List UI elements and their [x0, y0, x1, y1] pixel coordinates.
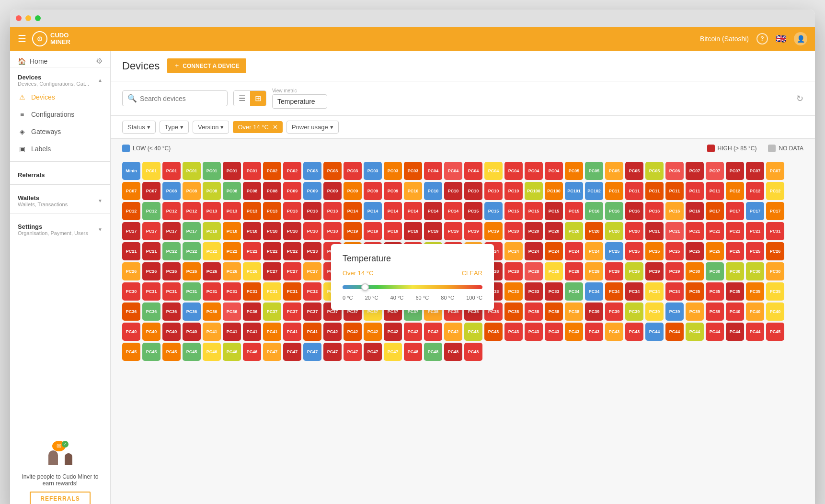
device-tile[interactable]: PC33 — [525, 282, 543, 301]
device-tile[interactable]: PC34 — [645, 282, 664, 301]
device-tile[interactable]: PC19 — [344, 222, 362, 240]
device-tile[interactable]: PC01 — [223, 162, 241, 180]
device-tile[interactable]: PC25 — [726, 242, 744, 260]
device-tile[interactable]: PC22 — [162, 242, 181, 260]
device-tile[interactable]: PC05 — [585, 162, 603, 180]
device-tile[interactable]: PC43 — [605, 323, 623, 341]
device-tile[interactable]: PC35 — [686, 282, 704, 301]
device-tile[interactable]: PC30 — [746, 262, 764, 280]
device-tile[interactable]: PC42 — [404, 323, 422, 341]
device-tile[interactable]: PC08 — [183, 182, 201, 200]
device-tile[interactable]: PC20 — [504, 222, 523, 240]
device-tile[interactable]: PC26 — [203, 262, 221, 280]
maximize-dot[interactable] — [35, 15, 41, 21]
device-tile[interactable]: PC16 — [585, 202, 603, 220]
device-tile[interactable]: PC27 — [303, 262, 321, 280]
device-tile[interactable]: PC48 — [444, 343, 462, 361]
device-tile[interactable]: PC42 — [444, 323, 462, 341]
device-tile[interactable]: PC04 — [464, 162, 482, 180]
device-tile[interactable]: PC25 — [686, 242, 704, 260]
device-tile[interactable]: PC17 — [142, 222, 160, 240]
device-tile[interactable]: PC21 — [726, 222, 744, 240]
device-tile[interactable]: PC18 — [263, 222, 281, 240]
device-tile[interactable]: PC25 — [746, 242, 764, 260]
device-tile[interactable]: PC45 — [162, 343, 181, 361]
device-tile[interactable]: PC19 — [424, 222, 442, 240]
device-tile[interactable]: PC03 — [323, 162, 342, 180]
device-tile[interactable]: Minin — [122, 162, 140, 180]
device-tile[interactable]: PC40 — [766, 302, 784, 321]
device-tile[interactable]: PC25 — [605, 242, 623, 260]
device-tile[interactable]: PC30 — [726, 262, 744, 280]
popup-clear-button[interactable]: CLEAR — [462, 269, 482, 277]
device-tile[interactable]: PC46 — [223, 343, 241, 361]
device-tile[interactable]: PC15 — [565, 202, 583, 220]
device-tile[interactable]: PC11 — [706, 182, 724, 200]
device-tile[interactable]: PC09 — [364, 182, 382, 200]
device-tile[interactable]: PC06 — [665, 162, 684, 180]
device-tile[interactable]: PC20 — [565, 222, 583, 240]
device-tile[interactable]: PC17 — [766, 202, 784, 220]
device-tile[interactable]: PC48 — [404, 343, 422, 361]
referrals-button[interactable]: REFERRALS — [30, 492, 90, 504]
device-tile[interactable]: PC31 — [283, 282, 301, 301]
device-tile[interactable]: PC43 — [625, 323, 643, 341]
sidebar-item-configurations[interactable]: ≡ Configurations — [10, 106, 110, 123]
device-tile[interactable]: PC47 — [283, 343, 301, 361]
device-tile[interactable]: PC36 — [223, 302, 241, 321]
user-icon[interactable]: 👤 — [794, 32, 807, 45]
device-tile[interactable]: PC18 — [323, 222, 342, 240]
device-tile[interactable]: PC42 — [364, 323, 382, 341]
device-tile[interactable]: PC38 — [565, 302, 583, 321]
device-tile[interactable]: PC37 — [263, 302, 281, 321]
device-tile[interactable]: PC26 — [142, 262, 160, 280]
device-tile[interactable]: PC14 — [424, 202, 442, 220]
device-tile[interactable]: PC18 — [243, 222, 261, 240]
device-tile[interactable]: PC39 — [625, 302, 643, 321]
device-tile[interactable]: PC43 — [464, 323, 482, 341]
device-tile[interactable]: PC17 — [706, 202, 724, 220]
device-tile[interactable]: PC41 — [223, 323, 241, 341]
device-tile[interactable]: PC08 — [203, 182, 221, 200]
device-tile[interactable]: PC04 — [484, 162, 503, 180]
device-tile[interactable]: PC22 — [183, 242, 201, 260]
device-tile[interactable]: PC47 — [323, 343, 342, 361]
device-tile[interactable]: PC22 — [283, 242, 301, 260]
referrals-header[interactable]: Referrals — [18, 171, 103, 179]
device-tile[interactable]: PC03 — [303, 162, 321, 180]
device-tile[interactable]: PC21 — [746, 222, 764, 240]
device-tile[interactable]: PC22 — [223, 242, 241, 260]
device-tile[interactable]: PC08 — [263, 182, 281, 200]
device-tile[interactable]: PC37 — [283, 302, 301, 321]
device-tile[interactable]: PC43 — [484, 323, 503, 341]
device-tile[interactable]: PC14 — [404, 202, 422, 220]
device-tile[interactable]: PC13 — [223, 202, 241, 220]
device-tile[interactable]: PC31 — [243, 282, 261, 301]
device-tile[interactable]: PC36 — [203, 302, 221, 321]
device-tile[interactable]: PC15 — [545, 202, 563, 220]
device-tile[interactable]: PC25 — [706, 242, 724, 260]
device-tile[interactable]: PC16 — [686, 202, 704, 220]
device-tile[interactable]: PC31 — [766, 222, 784, 240]
device-tile[interactable]: PC15 — [484, 202, 503, 220]
device-tile[interactable]: PC45 — [183, 343, 201, 361]
device-tile[interactable]: PC09 — [323, 182, 342, 200]
device-tile[interactable]: PC12 — [142, 202, 160, 220]
device-tile[interactable]: PC38 — [545, 302, 563, 321]
device-tile[interactable]: PC41 — [263, 323, 281, 341]
currency-label[interactable]: Bitcoin (Satoshi) — [700, 35, 749, 43]
device-tile[interactable]: PC42 — [323, 323, 342, 341]
device-tile[interactable]: PC26 — [243, 262, 261, 280]
device-tile[interactable]: PC35 — [706, 282, 724, 301]
device-tile[interactable]: PC28 — [525, 262, 543, 280]
device-tile[interactable]: PC07 — [726, 162, 744, 180]
device-tile[interactable]: PC21 — [665, 222, 684, 240]
device-tile[interactable]: PC31 — [183, 282, 201, 301]
device-tile[interactable]: PC35 — [726, 282, 744, 301]
device-tile[interactable]: PC47 — [263, 343, 281, 361]
device-tile[interactable]: PC31 — [223, 282, 241, 301]
filter-close-icon[interactable]: ✕ — [273, 123, 278, 131]
device-tile[interactable]: PC43 — [545, 323, 563, 341]
device-tile[interactable]: PC24 — [504, 242, 523, 260]
search-input[interactable] — [140, 95, 222, 102]
